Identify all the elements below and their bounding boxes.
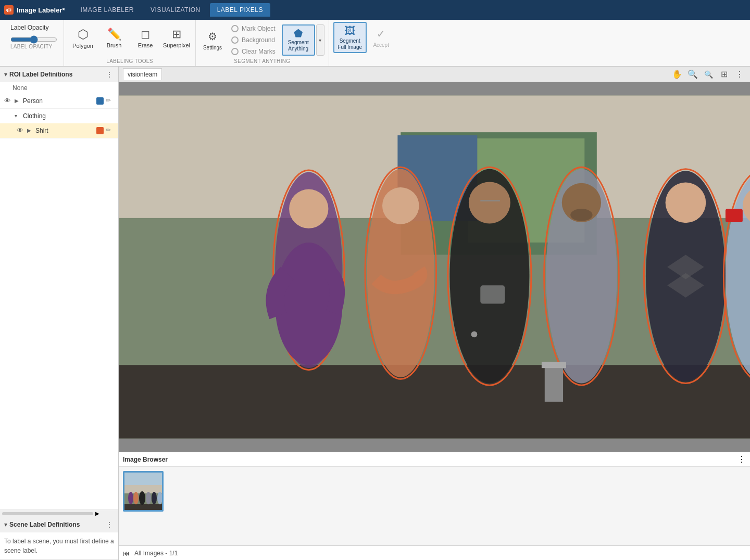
svg-point-15 [469,182,510,223]
zoom-in-icon[interactable]: 🔍 [686,68,699,81]
svg-point-27 [471,332,478,338]
top-nav: 🏷 Image Labeler* IMAGE LABELER VISUALIZA… [0,0,750,20]
content-area: ▾ ROI Label Definitions ⋮ None 👁 ▶ Perso… [0,67,750,560]
pan-tool-icon[interactable]: ✋ [671,68,683,81]
erase-tool[interactable]: ◻ Erase [131,23,160,54]
canvas-tools: ✋ 🔍 🔍 ⊞ ⋮ [671,68,746,81]
mark-background-icon [231,36,239,44]
scrollbar-thumb[interactable] [2,512,93,515]
svg-point-35 [128,492,133,504]
main-image-svg [119,82,750,452]
shirt-label-item[interactable]: 👁 ▶ Shirt ✏ [0,123,118,138]
person-color-swatch [96,97,104,105]
svg-point-8 [289,189,328,228]
erase-label: Erase [138,42,153,48]
roi-section-title: ROI Label Definitions [9,71,103,78]
image-browser-title: Image Browser [123,456,738,463]
segment-anything-icon: ⬟ [294,28,303,39]
none-label-item[interactable]: None [0,82,118,94]
sidebar-horizontal-scrollbar[interactable]: ▶ [0,510,118,517]
segment-main-group: ⬟ SegmentAnything ▾ [282,24,324,56]
brush-tool[interactable]: ✏️ Brush [99,23,129,54]
accept-label: Accept [373,42,389,48]
segment-dropdown-button[interactable]: ▾ [316,24,324,56]
bottom-bar: ⏮ All Images - 1/1 [119,545,750,560]
nav-tab-visualization[interactable]: VISUALIZATION [143,3,208,17]
roi-section-header[interactable]: ▾ ROI Label Definitions ⋮ [0,67,118,82]
person-chevron-icon: ▶ [15,98,21,104]
shirt-visibility-icon[interactable]: 👁 [17,126,25,135]
person3-silhouette [448,167,531,385]
superpixel-icon: ⊞ [172,29,181,40]
full-image-icon: 🖼 [345,25,355,37]
segment-tools-row: ⚙ Settings Mark Object Background Clear … [196,22,329,58]
segment-anything-button[interactable]: ⬟ SegmentAnything [282,24,315,56]
label-opacity-label: Label Opacity [10,24,57,31]
superpixel-tool[interactable]: ⊞ Superpixel [162,23,191,54]
segment-anything-label: SegmentAnything [288,40,309,52]
clothing-group-header[interactable]: ▾ Clothing [0,109,118,123]
person-edit-icon[interactable]: ✏ [106,97,114,105]
thumbnail-img [124,485,162,510]
none-label-text: None [12,84,28,92]
person2-silhouette [365,167,436,379]
thumbnail-item-1[interactable] [123,471,164,512]
clothing-label-text: Clothing [23,112,114,120]
svg-point-20 [570,209,592,221]
canvas-more-icon[interactable]: ⋮ [733,68,746,81]
image-browser-more-icon[interactable]: ⋮ [738,454,746,464]
full-image-label: SegmentFull Image [338,38,362,50]
person-visibility-icon[interactable]: 👁 [4,97,12,105]
toolbar: Label Opacity LABEL OPACITY ⬡ Polygon ✏️… [0,20,750,67]
nav-tab-label-pixels[interactable]: LABEL PIXELS [210,3,270,17]
svg-rect-29 [726,209,743,222]
first-image-button[interactable]: ⏮ [123,549,130,557]
polygon-tool[interactable]: ⬡ Polygon [68,23,97,54]
logo-icon: 🏷 [4,5,14,15]
shirt-color-swatch [96,127,104,134]
scene-section: ▾ Scene Label Definitions ⋮ To label a s… [0,517,118,560]
segment-options: Mark Object Background Clear Marks [227,24,280,56]
mark-object-icon [231,25,239,32]
full-image-row: 🖼 SegmentFull Image ✓ Accept [331,20,396,55]
person-group-header[interactable]: 👁 ▶ Person ✏ [0,94,118,108]
scene-menu-button[interactable]: ⋮ [105,520,114,529]
settings-button[interactable]: ⚙ Settings [200,24,225,56]
segment-full-image-button[interactable]: 🖼 SegmentFull Image [333,22,367,53]
image-browser: Image Browser ⋮ [119,452,750,545]
fit-view-icon[interactable]: ⊞ [718,68,730,81]
nav-tab-image-labeler[interactable]: IMAGE LABELER [73,3,142,17]
mark-object-btn[interactable]: Mark Object [229,24,278,33]
segment-anything-section: ⚙ Settings Mark Object Background Clear … [196,20,329,66]
shirt-edit-icon[interactable]: ✏ [106,126,114,135]
scene-empty-text: To label a scene, you must first define … [0,532,118,559]
accept-icon: ✓ [377,28,385,40]
zoom-out-icon[interactable]: 🔍 [702,68,715,81]
scrollbar-right-arrow[interactable]: ▶ [95,511,99,516]
image-canvas[interactable] [119,82,750,452]
person-label-text: Person [23,97,94,105]
shirt-label-text: Shirt [35,127,94,134]
opacity-slider[interactable] [10,35,57,44]
scene-section-header[interactable]: ▾ Scene Label Definitions ⋮ [0,517,118,532]
superpixel-label: Superpixel [163,42,190,48]
clothing-group: ▾ Clothing 👁 ▶ Shirt ✏ [0,109,118,138]
roi-menu-button[interactable]: ⋮ [105,70,114,79]
canvas-tab[interactable]: visionteam [123,68,162,80]
clear-marks-icon [231,48,239,55]
svg-rect-34 [124,504,162,510]
app-title: Image Labeler* [17,6,65,14]
canvas-tab-label: visionteam [128,71,157,78]
accept-button[interactable]: ✓ Accept [369,22,394,53]
label-opacity-title: LABEL OPACITY [10,44,57,49]
polygon-icon: ⬡ [78,28,89,41]
svg-rect-28 [480,285,505,303]
svg-point-38 [146,492,151,504]
settings-icon: ⚙ [208,30,217,43]
erase-icon: ◻ [141,29,150,40]
mark-background-btn[interactable]: Background [229,35,278,45]
clear-marks-btn[interactable]: Clear Marks [229,47,278,56]
clothing-chevron-icon: ▾ [15,113,21,119]
person1-silhouette [273,170,344,370]
full-image-section: 🖼 SegmentFull Image ✓ Accept [329,20,398,66]
